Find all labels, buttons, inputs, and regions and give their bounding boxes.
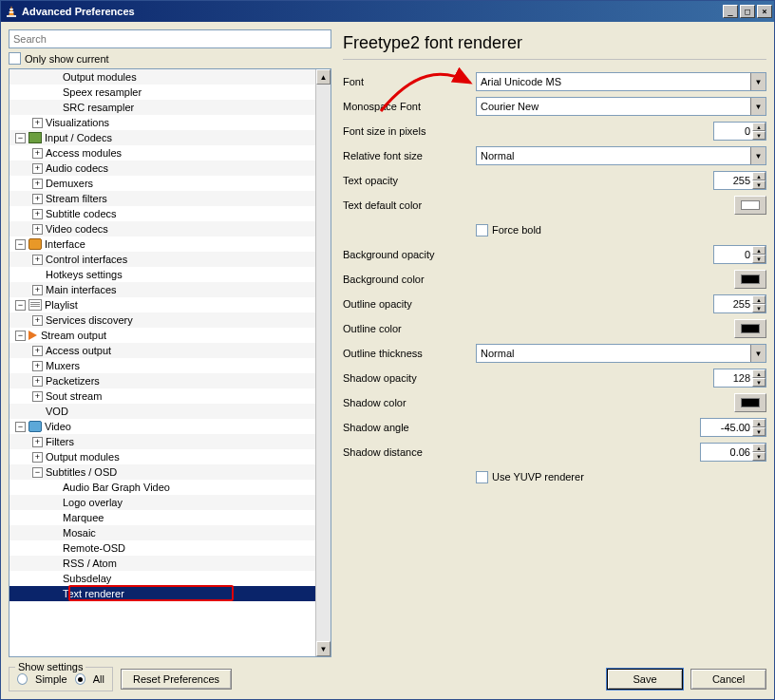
svg-marker-0 [9, 6, 14, 16]
tree-item[interactable]: −Input / Codecs [9, 130, 315, 145]
shadow-color-button[interactable] [734, 393, 766, 412]
tree-item[interactable]: Audio Bar Graph Video [9, 480, 315, 495]
save-button[interactable]: Save [607, 669, 683, 690]
outline-thickness-combobox[interactable]: Normal▼ [476, 344, 766, 363]
expand-icon[interactable]: + [32, 209, 43, 219]
tree-item[interactable]: VOD [9, 404, 315, 419]
close-button[interactable]: × [757, 5, 772, 18]
tree-item[interactable]: +Control interfaces [9, 252, 315, 267]
yuvp-checkbox[interactable] [476, 471, 488, 483]
stream-icon [28, 331, 37, 340]
simple-radio[interactable] [17, 673, 28, 685]
expand-icon[interactable]: + [32, 163, 43, 174]
tree-item-label: Access output [46, 345, 111, 356]
tree-item[interactable]: −Interface [9, 236, 315, 252]
background-color-button[interactable] [734, 270, 766, 289]
tree-item-label: Stream output [41, 330, 106, 341]
tree-item[interactable]: +Output modules [9, 449, 315, 464]
tree-item[interactable]: Marquee [9, 510, 315, 525]
font-combobox[interactable]: Arial Unicode MS▼ [476, 72, 766, 91]
collapse-icon[interactable]: − [15, 331, 26, 341]
window-title: Advanced Preferences [22, 6, 723, 17]
collapse-icon[interactable]: − [32, 467, 43, 478]
monospace-font-label: Monospace Font [343, 101, 476, 112]
scroll-down-button[interactable]: ▼ [316, 641, 331, 656]
tree-item[interactable]: Mosaic [9, 525, 315, 540]
tree-spacer [49, 543, 60, 554]
shadow-angle-spinner[interactable]: -45.00▲▼ [700, 418, 766, 437]
relative-font-size-combobox[interactable]: Normal▼ [476, 146, 766, 165]
tree-item[interactable]: Hotkeys settings [9, 267, 315, 282]
tree-item[interactable]: +Access output [9, 343, 315, 358]
text-default-color-button[interactable] [734, 196, 766, 215]
search-input[interactable] [9, 29, 331, 48]
monospace-font-combobox[interactable]: Courier New▼ [476, 97, 766, 116]
cancel-button[interactable]: Cancel [690, 669, 766, 690]
tree-item[interactable]: +Visualizations [9, 115, 315, 130]
expand-icon[interactable]: + [32, 346, 43, 356]
tree-item[interactable]: +Demuxers [9, 176, 315, 191]
expand-icon[interactable]: + [32, 194, 43, 204]
only-show-current-checkbox[interactable] [9, 52, 21, 65]
expand-icon[interactable]: + [32, 148, 43, 159]
tree-item[interactable]: +Packetizers [9, 373, 315, 388]
tree-spacer [32, 270, 43, 280]
expand-icon[interactable]: + [32, 315, 43, 326]
tree-item[interactable]: +Services discovery [9, 312, 315, 328]
expand-icon[interactable]: + [32, 391, 43, 402]
tree-item[interactable]: Logo overlay [9, 495, 315, 510]
tree-item[interactable]: +Main interfaces [9, 282, 315, 297]
expand-icon[interactable]: + [32, 255, 43, 265]
outline-opacity-spinner[interactable]: 255▲▼ [713, 294, 766, 313]
tree-item[interactable]: Output modules [9, 69, 315, 85]
reset-preferences-button[interactable]: Reset Preferences [121, 669, 232, 690]
outline-color-button[interactable] [734, 319, 766, 338]
tree-item[interactable]: +Video codecs [9, 221, 315, 236]
shadow-opacity-spinner[interactable]: 128▲▼ [713, 369, 766, 388]
expand-icon[interactable]: + [32, 452, 43, 463]
collapse-icon[interactable]: − [15, 239, 26, 250]
tree-item[interactable]: +Access modules [9, 145, 315, 161]
tree-item-label: Control interfaces [46, 254, 127, 265]
tree-item[interactable]: +Filters [9, 434, 315, 449]
collapse-icon[interactable]: − [15, 133, 26, 143]
tree-item[interactable]: −Playlist [9, 297, 315, 312]
tree-item[interactable]: +Muxers [9, 358, 315, 373]
tree-item[interactable]: Speex resampler [9, 85, 315, 100]
expand-icon[interactable]: + [32, 179, 43, 189]
tree-spacer [49, 589, 60, 599]
expand-icon[interactable]: + [32, 376, 43, 387]
scroll-up-button[interactable]: ▲ [316, 69, 331, 85]
all-radio[interactable] [75, 673, 85, 685]
expand-icon[interactable]: + [32, 118, 43, 128]
collapse-icon[interactable]: − [15, 422, 26, 432]
tree-item[interactable]: −Video [9, 419, 315, 434]
simple-radio-label: Simple [35, 673, 67, 685]
font-size-pixels-spinner[interactable]: 0▲▼ [713, 122, 766, 141]
tree-item[interactable]: +Subtitle codecs [9, 206, 315, 221]
expand-icon[interactable]: + [32, 285, 43, 295]
tree-item[interactable]: SRC resampler [9, 100, 315, 115]
force-bold-checkbox[interactable] [476, 224, 488, 236]
tree-item[interactable]: Subsdelay [9, 571, 315, 586]
tree-item-label: Access modules [46, 147, 122, 159]
tree-item[interactable]: +Audio codecs [9, 161, 315, 176]
tree-item[interactable]: RSS / Atom [9, 556, 315, 571]
minimize-button[interactable]: _ [723, 5, 738, 18]
collapse-icon[interactable]: − [15, 300, 26, 311]
tree-item[interactable]: −Subtitles / OSD [9, 464, 315, 480]
background-color-label: Background color [343, 274, 476, 285]
tree-item[interactable]: +Stream filters [9, 191, 315, 206]
expand-icon[interactable]: + [32, 437, 43, 447]
tree-item[interactable]: Remote-OSD [9, 540, 315, 556]
shadow-distance-spinner[interactable]: 0.06▲▼ [700, 443, 766, 462]
color-swatch [741, 324, 760, 333]
tree-scrollbar[interactable]: ▲ ▼ [315, 69, 331, 656]
tree-item[interactable]: +Sout stream [9, 388, 315, 404]
expand-icon[interactable]: + [32, 361, 43, 371]
text-opacity-spinner[interactable]: 255▲▼ [713, 171, 766, 190]
expand-icon[interactable]: + [32, 224, 43, 235]
background-opacity-spinner[interactable]: 0▲▼ [713, 245, 766, 264]
maximize-button[interactable]: □ [740, 5, 755, 18]
tree-item[interactable]: −Stream output [9, 328, 315, 343]
